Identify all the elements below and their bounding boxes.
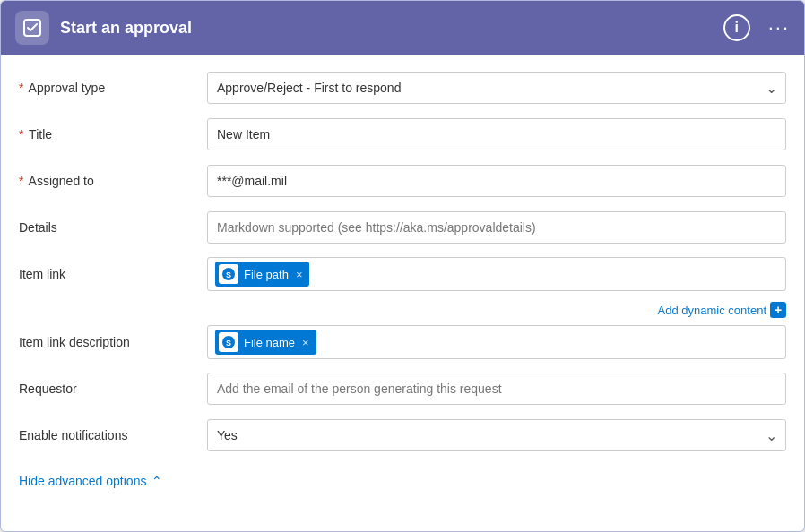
file-path-tag: S File path × — [215, 262, 309, 287]
hide-advanced-label: Hide advanced options — [19, 474, 146, 488]
item-link-description-input[interactable]: S File name × — [207, 325, 786, 359]
info-icon[interactable]: i — [723, 14, 750, 41]
svg-text:S: S — [226, 339, 231, 348]
assigned-to-row: * Assigned to — [19, 162, 786, 200]
file-name-tag: S File name × — [215, 330, 316, 355]
item-link-input[interactable]: S File path × — [207, 257, 786, 291]
details-row: Details — [19, 209, 786, 246]
header-approval-icon — [15, 11, 49, 45]
file-name-tag-label: File name — [244, 336, 295, 349]
approval-type-select-wrapper: Approve/Reject - First to respond Approv… — [207, 72, 786, 104]
title-input[interactable] — [207, 118, 786, 150]
add-dynamic-content-row: Add dynamic content + — [207, 302, 786, 318]
requestor-input[interactable] — [207, 373, 786, 405]
approval-type-label: * Approval type — [19, 81, 207, 95]
add-dynamic-content-label: Add dynamic content — [658, 304, 766, 317]
sharepoint-icon: S — [219, 264, 238, 284]
requestor-row: Requestor — [19, 370, 786, 408]
file-path-tag-close[interactable]: × — [296, 268, 303, 281]
title-label: * Title — [19, 127, 207, 142]
enable-notifications-select[interactable]: Yes No — [207, 419, 786, 451]
header-title: Start an approval — [60, 19, 713, 38]
chevron-up-icon: ⌃ — [151, 474, 162, 488]
item-link-row: Item link S File path × — [19, 255, 786, 293]
approval-type-select[interactable]: Approve/Reject - First to respond Approv… — [207, 72, 786, 104]
item-link-label: Item link — [19, 267, 207, 281]
header: Start an approval i ··· — [1, 1, 804, 55]
file-path-tag-label: File path — [244, 268, 289, 281]
title-row: * Title — [19, 116, 786, 153]
sharepoint-icon-2: S — [219, 332, 238, 352]
start-approval-card: Start an approval i ··· * Approval type … — [0, 0, 805, 532]
item-link-description-row: Item link description S File name × — [19, 323, 786, 361]
file-name-tag-close[interactable]: × — [302, 336, 309, 349]
hide-advanced-button[interactable]: Hide advanced options ⌃ — [19, 474, 162, 488]
svg-text:S: S — [226, 270, 231, 279]
requestor-label: Requestor — [19, 382, 207, 396]
item-link-description-label: Item link description — [19, 335, 207, 349]
assigned-to-input[interactable] — [207, 165, 786, 197]
details-input[interactable] — [207, 211, 786, 244]
more-options-button[interactable]: ··· — [768, 16, 790, 39]
approval-type-row: * Approval type Approve/Reject - First t… — [19, 69, 786, 107]
enable-notifications-label: Enable notifications — [19, 428, 207, 442]
add-dynamic-content-button[interactable]: Add dynamic content + — [658, 302, 786, 318]
details-label: Details — [19, 220, 207, 235]
enable-notifications-row: Enable notifications Yes No ⌄ — [19, 416, 786, 454]
form-body: * Approval type Approve/Reject - First t… — [1, 55, 804, 506]
enable-notifications-select-wrapper: Yes No ⌄ — [207, 419, 786, 451]
plus-icon: + — [770, 302, 786, 318]
assigned-to-label: * Assigned to — [19, 174, 207, 188]
